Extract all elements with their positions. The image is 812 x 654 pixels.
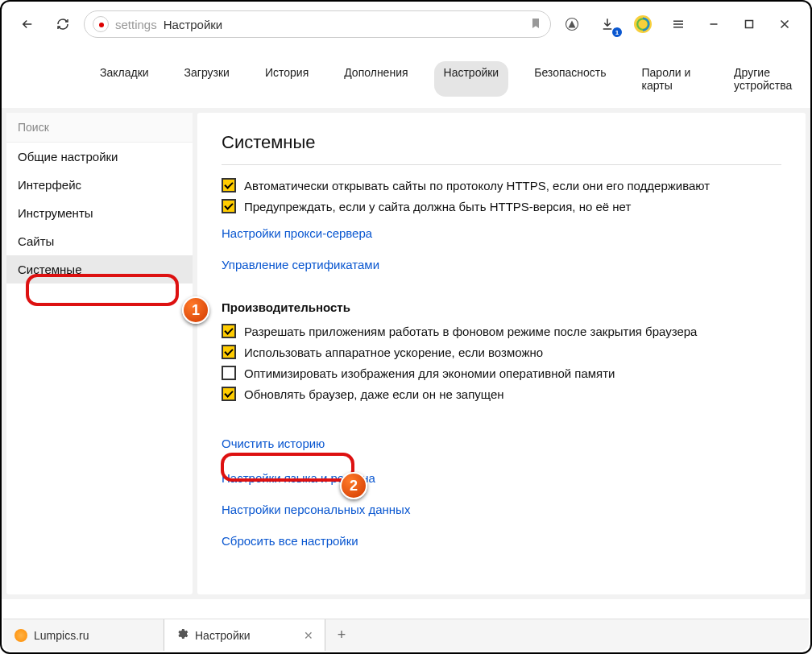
address-bar[interactable]: settings Настройки [84, 10, 551, 38]
sidebar-item-sites[interactable]: Сайты [6, 227, 193, 255]
tab-addons[interactable]: Дополнения [334, 61, 417, 97]
link-clear-history[interactable]: Очистить историю [222, 437, 325, 450]
bookmark-icon[interactable] [529, 17, 542, 32]
tab-downloads[interactable]: Загрузки [175, 61, 239, 97]
link-proxy-settings[interactable]: Настройки прокси-сервера [222, 226, 372, 240]
tab-bookmarks[interactable]: Закладки [90, 61, 159, 97]
back-button[interactable] [13, 10, 42, 39]
close-button[interactable] [770, 10, 799, 39]
downloads-button[interactable]: 1 [593, 10, 622, 39]
link-certificates[interactable]: Управление сертификатами [222, 258, 379, 271]
sidebar-item-system[interactable]: Системные [6, 255, 193, 284]
tab-settings[interactable]: Настройки [434, 61, 509, 97]
alice-icon[interactable] [557, 10, 586, 39]
label-auto-update: Обновлять браузер, даже если он не запущ… [244, 387, 504, 401]
checkbox-optimize-images[interactable] [222, 366, 236, 380]
label-https-warn: Предупреждать, если у сайта должна быть … [244, 200, 631, 213]
checkbox-https-auto[interactable] [222, 178, 236, 192]
tab-passwords[interactable]: Пароли и карты [632, 61, 709, 97]
main-area: Поиск Общие настройки Интерфейс Инструме… [2, 108, 810, 599]
link-language-region[interactable]: Настройки языка и региона [222, 471, 375, 485]
checkbox-hw-accel[interactable] [222, 345, 236, 359]
gear-icon [176, 627, 188, 643]
browser-tab-lumpics[interactable]: Lumpics.ru [3, 619, 164, 651]
link-reset-settings[interactable]: Сбросить все настройки [222, 534, 358, 548]
tab-label: Настройки [195, 629, 251, 642]
lumpics-icon [14, 629, 27, 642]
reload-button[interactable] [48, 10, 77, 39]
browser-tab-settings[interactable]: Настройки ✕ [164, 619, 325, 651]
label-https-auto: Автоматически открывать сайты по протоко… [244, 179, 710, 192]
minimize-button[interactable] [699, 10, 728, 39]
tab-history[interactable]: История [255, 61, 318, 97]
extension-icon[interactable] [628, 10, 657, 39]
addr-path: settings [115, 18, 157, 31]
label-background: Разрешать приложениям работать в фоновом… [244, 325, 697, 338]
menu-button[interactable] [664, 10, 693, 39]
checkbox-auto-update[interactable] [222, 387, 236, 401]
svg-rect-2 [746, 21, 753, 28]
section-title-system: Системные [222, 132, 781, 165]
close-icon[interactable]: ✕ [304, 629, 313, 642]
subtitle-performance: Производительность [222, 300, 781, 314]
label-optimize-images: Оптимизировать изображения для экономии … [244, 366, 615, 380]
settings-nav: Закладки Загрузки История Дополнения Нас… [2, 47, 810, 108]
search-input[interactable]: Поиск [6, 113, 193, 143]
content-panel: Системные Автоматически открывать сайты … [197, 113, 806, 594]
tab-devices[interactable]: Другие устройства [724, 61, 810, 97]
sidebar-item-general[interactable]: Общие настройки [6, 143, 193, 171]
checkbox-background[interactable] [222, 324, 236, 338]
tab-label: Lumpics.ru [34, 629, 89, 642]
tab-bar: Lumpics.ru Настройки ✕ + [3, 619, 809, 651]
checkbox-https-warn[interactable] [222, 199, 236, 213]
maximize-button[interactable] [735, 10, 764, 39]
browser-toolbar: settings Настройки 1 [2, 2, 810, 47]
site-icon [93, 16, 109, 32]
downloads-badge: 1 [612, 27, 622, 37]
label-hw-accel: Использовать аппаратное ускорение, если … [244, 346, 543, 359]
addr-title: Настройки [164, 18, 223, 31]
sidebar-item-interface[interactable]: Интерфейс [6, 171, 193, 199]
sidebar: Поиск Общие настройки Интерфейс Инструме… [6, 113, 193, 594]
tab-security[interactable]: Безопасность [524, 61, 615, 97]
link-personal-data[interactable]: Настройки персональных данных [222, 503, 410, 516]
sidebar-item-tools[interactable]: Инструменты [6, 199, 193, 227]
new-tab-button[interactable]: + [325, 619, 358, 651]
